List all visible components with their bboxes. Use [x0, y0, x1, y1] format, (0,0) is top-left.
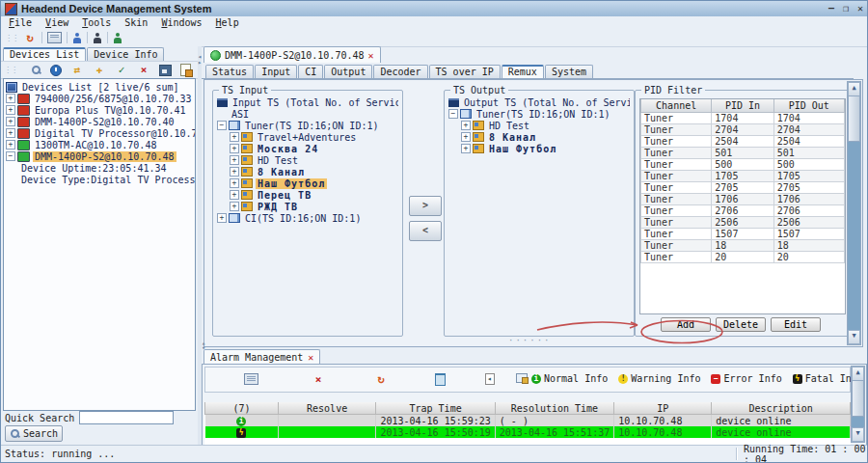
scroll-up-icon[interactable]: ▲	[848, 82, 860, 96]
trash-icon[interactable]	[435, 373, 446, 386]
tree-item[interactable]: +CI(TS ID:16;ON ID:1)	[217, 212, 398, 224]
tab-close-icon[interactable]: ✕	[308, 352, 313, 363]
tab-output[interactable]: Output	[324, 65, 372, 78]
user-blue-icon[interactable]	[72, 33, 82, 43]
device-node[interactable]: +Digital TV Processor@10.10.70.48	[6, 127, 195, 139]
menu-skin[interactable]: Skin	[124, 17, 148, 28]
details-icon[interactable]	[244, 373, 258, 385]
table-row[interactable]: Tuner25042504	[641, 136, 845, 148]
expander-icon[interactable]: −	[6, 151, 15, 161]
table-row[interactable]: Tuner17041704	[641, 113, 845, 124]
tree-root[interactable]: Devices List [2 live/6 sum]	[6, 81, 195, 93]
tree-item[interactable]: Input TS (Total No. of Service:14)	[217, 96, 398, 108]
expander-icon[interactable]: +	[6, 140, 15, 150]
device-property[interactable]: Device Uptime:23:05:41.34	[6, 162, 195, 174]
tab-system[interactable]: System	[545, 65, 593, 78]
tree-item[interactable]: Output TS (Total No. of Service:3)	[448, 96, 630, 108]
delete-icon[interactable]: ×	[137, 64, 150, 76]
search-button[interactable]: Search	[5, 425, 63, 442]
tree-item[interactable]: +Наш Футбол	[217, 177, 398, 189]
delete-icon[interactable]: ×	[312, 373, 325, 386]
menu-windows[interactable]: Windows	[161, 17, 202, 28]
menu-file[interactable]: File	[9, 17, 32, 28]
table-row[interactable]: Tuner27052705	[641, 182, 845, 194]
tab-decoder[interactable]: Decoder	[373, 65, 427, 78]
maximize-button[interactable]: ❐	[843, 2, 849, 15]
save-icon[interactable]	[159, 65, 172, 76]
menu-view[interactable]: View	[45, 17, 68, 28]
alarm-scrollbar[interactable]: ▲ ▼	[851, 366, 865, 443]
table-row[interactable]: Tuner1818	[641, 240, 845, 252]
expander-icon[interactable]: +	[230, 202, 239, 211]
expander-icon[interactable]: +	[230, 155, 239, 165]
export-file-icon[interactable]	[485, 373, 495, 385]
tab-remux[interactable]: Remux	[502, 65, 544, 78]
device-node[interactable]: −DMM-1400P-S2@10.10.70.48	[6, 150, 195, 162]
tab-input[interactable]: Input	[255, 65, 297, 78]
table-row[interactable]: Tuner27062706	[641, 205, 845, 217]
tree-item[interactable]: +Москва 24	[217, 143, 398, 154]
tree-item[interactable]: ASI	[217, 108, 398, 120]
device-node[interactable]: +Europa Plus TV@10.10.70.41	[6, 104, 195, 116]
expander-icon[interactable]: +	[230, 132, 239, 142]
expander-icon[interactable]: +	[230, 144, 239, 153]
expander-icon[interactable]: +	[230, 190, 239, 200]
tree-item[interactable]: −Tuner(TS ID:16;ON ID:1)	[217, 120, 398, 131]
expander-icon[interactable]: −	[217, 121, 227, 130]
tree-item[interactable]: +РЖД ТВ	[217, 201, 398, 212]
scrollbar-thumb[interactable]	[852, 380, 864, 417]
toolbar-grip[interactable]: ⋮⋮	[5, 34, 18, 42]
sync-icon[interactable]: ⇄	[70, 64, 84, 76]
tree-item[interactable]: +HD Test	[217, 154, 398, 166]
table-row[interactable]: Tuner17051705	[641, 171, 845, 182]
expander-icon[interactable]: +	[6, 128, 15, 138]
tree-item[interactable]: +8 Канал	[448, 131, 630, 143]
tree-item[interactable]: −Tuner(TS ID:16;ON ID:1)	[448, 108, 630, 120]
table-row[interactable]: Tuner17061706	[641, 194, 845, 205]
alarm-management-tab[interactable]: Alarm Management ✕	[203, 349, 320, 365]
expander-icon[interactable]: +	[230, 178, 239, 188]
tab-device-info[interactable]: Device Info	[87, 47, 164, 61]
minimize-button[interactable]: –	[828, 2, 834, 15]
device-node[interactable]: +DMM-1400P-S2@10.10.70.40	[6, 116, 195, 127]
move-to-output-button[interactable]: >	[409, 196, 442, 216]
table-row[interactable]: Tuner15071507	[641, 229, 845, 240]
horizontal-splitter[interactable]: ······	[508, 336, 552, 345]
expander-icon[interactable]: +	[461, 121, 471, 130]
expander-icon[interactable]: +	[6, 94, 15, 103]
expander-icon[interactable]: +	[461, 144, 471, 153]
tree-item[interactable]: +HD Test	[448, 120, 630, 131]
edit-button[interactable]: Edit	[771, 317, 821, 332]
tree-item[interactable]: +Перец ТВ	[217, 189, 398, 201]
add-device-icon[interactable]: ✚	[93, 64, 106, 76]
scrollbar-thumb[interactable]	[848, 95, 860, 142]
report-icon[interactable]	[180, 64, 191, 76]
add-button[interactable]: Add	[661, 317, 711, 332]
device-panel-icon[interactable]	[47, 32, 62, 43]
table-row[interactable]: Tuner25062506	[641, 217, 845, 229]
expander-icon[interactable]: −	[448, 109, 458, 119]
export-report-icon[interactable]	[516, 373, 528, 383]
delete-button[interactable]: Delete	[716, 317, 766, 332]
device-property[interactable]: Device Type:Digital TV Processor	[6, 174, 195, 185]
menu-tools[interactable]: Tools	[82, 17, 111, 28]
refresh-icon[interactable]: ↻	[374, 373, 388, 386]
close-button[interactable]: ✕	[857, 2, 863, 15]
expander-icon[interactable]: +	[6, 117, 15, 126]
search-icon[interactable]	[31, 65, 41, 75]
alarm-row[interactable]: i2013-04-16 15:59:23( - )10.10.70.48devi…	[205, 415, 851, 427]
tree-item[interactable]: +Наш Футбол	[448, 143, 630, 154]
table-row[interactable]: Tuner501501	[641, 148, 845, 159]
tab-ci[interactable]: CI	[298, 65, 323, 78]
tab-status[interactable]: Status	[205, 65, 254, 78]
expander-icon[interactable]: +	[461, 132, 471, 142]
tab-devices-list[interactable]: Devices List	[3, 47, 86, 61]
alarm-row[interactable]: ϟ2013-04-16 15:50:192013-04-16 15:51:371…	[205, 426, 851, 438]
clock-icon[interactable]	[50, 65, 62, 76]
menu-help[interactable]: Help	[216, 17, 239, 28]
table-row[interactable]: Tuner27042704	[641, 124, 845, 136]
tab-ts-over-ip[interactable]: TS over IP	[429, 65, 501, 78]
user-search-icon[interactable]	[113, 33, 122, 43]
user-dark-icon[interactable]	[93, 33, 102, 43]
tree-item[interactable]: +Travel+Adventures	[217, 131, 398, 143]
